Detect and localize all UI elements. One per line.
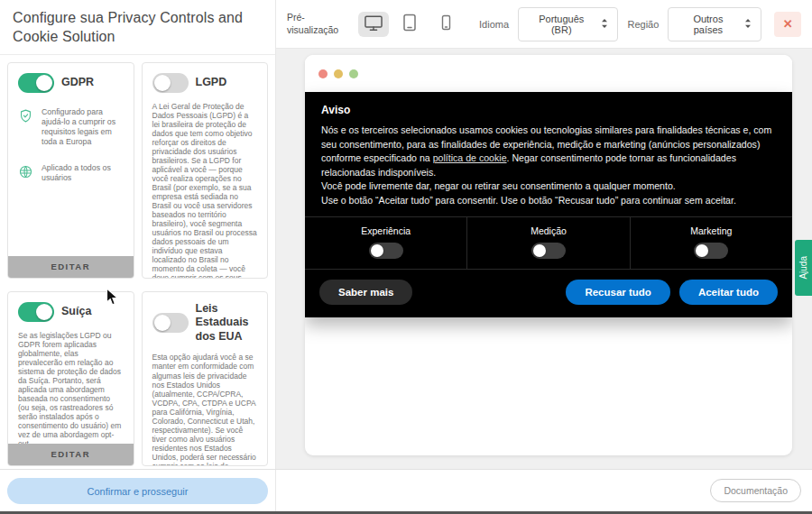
toggle-knob — [696, 244, 708, 257]
medicao-toggle[interactable] — [531, 243, 566, 259]
banner-actions: Saber mais Recusar tudo Aceitar tudo — [305, 270, 792, 317]
desktop-icon — [364, 14, 383, 34]
panel-header: Configure sua Privacy Controls and Cooki… — [0, 0, 275, 55]
regulation-card-gdpr: GDPR Configurado para ajudá-lo a cumprir… — [7, 62, 134, 279]
region-value: Outros países — [678, 14, 738, 35]
globe-icon — [18, 164, 33, 183]
device-desktop-button[interactable] — [358, 12, 389, 37]
device-tablet-button[interactable] — [394, 12, 425, 37]
suica-card-label: Suíça — [61, 305, 91, 319]
browser-chrome — [305, 55, 792, 92]
footer-left: Confirmar e prosseguir — [0, 470, 276, 511]
us-state-laws-description: Esta opção ajudará você a se manter em c… — [152, 353, 258, 465]
us-state-laws-card-label: Leis Estaduais dos EUA — [196, 302, 258, 344]
close-icon: ✕ — [783, 17, 793, 31]
tablet-icon — [402, 14, 417, 34]
purpose-marketing: Marketing — [630, 217, 792, 269]
language-label: Idioma — [479, 19, 509, 30]
toggle-knob — [154, 75, 171, 91]
config-sidebar: Configure sua Privacy Controls and Cooki… — [0, 0, 276, 469]
toggle-knob — [154, 315, 171, 331]
preview-panel: Pré-visualização Idioma Português (BR) — [276, 0, 812, 469]
purpose-label: Medição — [531, 225, 567, 236]
learn-more-button[interactable]: Saber mais — [319, 280, 412, 305]
us-state-laws-toggle[interactable] — [152, 313, 189, 333]
select-arrows-icon — [744, 18, 752, 31]
toggle-knob — [36, 304, 52, 320]
language-select[interactable]: Português (BR) — [518, 7, 618, 41]
suica-description: Se as legislações LGPD ou GDPR forem apl… — [18, 331, 124, 448]
feature-text: Aplicado a todos os usuários — [42, 163, 124, 183]
experiencia-toggle[interactable] — [369, 243, 403, 259]
region-select[interactable]: Outros países — [668, 7, 761, 41]
preview-label: Pré-visualização — [287, 12, 340, 36]
marketing-toggle[interactable] — [694, 243, 728, 259]
app-window: Configure sua Privacy Controls and Cooki… — [0, 0, 812, 514]
banner-consent-buttons: Recusar tudo Aceitar tudo — [566, 280, 778, 305]
lgpd-description: A Lei Geral de Proteção de Dados Pessoai… — [152, 102, 258, 279]
purpose-label: Experiência — [361, 225, 411, 236]
lgpd-toggle[interactable] — [152, 73, 189, 93]
footer-right: Documentação — [276, 470, 812, 511]
window-dot-green-icon — [349, 69, 358, 78]
gdpr-features: Configurado para ajudá-lo a cumprir os r… — [18, 107, 124, 183]
device-mobile-button[interactable] — [430, 12, 461, 37]
device-switcher — [358, 12, 461, 37]
suica-toggle[interactable] — [18, 302, 54, 322]
regulation-card-us-state-laws: Leis Estaduais dos EUA Esta opção ajudar… — [142, 291, 269, 466]
cookie-policy-link[interactable]: política de cookie — [433, 152, 507, 163]
purpose-medicao: Medição — [466, 217, 629, 269]
accept-all-button[interactable]: Aceitar tudo — [679, 280, 778, 305]
window-dot-red-icon — [318, 69, 328, 78]
preview-toolbar: Pré-visualização Idioma Português (BR) — [276, 0, 812, 49]
help-tab-label: Ajuda — [798, 256, 808, 280]
footer-bar: Confirmar e prosseguir Documentação — [0, 469, 812, 511]
preview-area: Aviso Nós e os terceiros selecionados us… — [276, 49, 812, 469]
toggle-knob — [36, 75, 52, 91]
banner-text: Nós e os terceiros selecionados usamos c… — [305, 116, 792, 216]
regulation-cards: GDPR Configurado para ajudá-lo a cumprir… — [0, 55, 275, 469]
consent-purposes: Experiência Medição Marketing — [305, 216, 792, 270]
close-preview-button[interactable]: ✕ — [774, 12, 801, 37]
banner-line-2: Você pode livremente dar, negar ou retir… — [321, 180, 676, 191]
gdpr-edit-button[interactable]: EDITAR — [8, 256, 134, 278]
banner-line-3: Use o botão “Aceitar tudo” para consenti… — [321, 195, 736, 206]
cookie-banner: Aviso Nós e os terceiros selecionados us… — [305, 92, 792, 317]
region-label: Região — [627, 19, 659, 30]
feature-text: Configurado para ajudá-lo a cumprir os r… — [42, 107, 124, 147]
feature-row: Configurado para ajudá-lo a cumprir os r… — [18, 107, 124, 147]
confirm-button[interactable]: Confirmar e prosseguir — [7, 478, 268, 504]
page-title: Configure sua Privacy Controls and Cooki… — [13, 9, 263, 47]
help-tab[interactable]: Ajuda — [795, 240, 812, 296]
feature-row: Aplicado a todos os usuários — [18, 163, 124, 183]
documentation-button[interactable]: Documentação — [710, 479, 801, 502]
suica-edit-button[interactable]: EDITAR — [8, 444, 134, 465]
regulation-card-suica: Suíça Se as legislações LGPD ou GDPR for… — [7, 291, 134, 466]
main-area: Configure sua Privacy Controls and Cooki… — [0, 0, 812, 469]
gdpr-toggle[interactable] — [18, 73, 54, 93]
toggle-knob — [371, 244, 383, 257]
purpose-experiencia: Experiência — [305, 217, 466, 269]
preview-browser-window: Aviso Nós e os terceiros selecionados us… — [305, 55, 792, 455]
toggle-knob — [533, 244, 546, 257]
select-arrows-icon — [601, 18, 608, 31]
lgpd-card-label: LGPD — [196, 76, 227, 90]
regulation-card-lgpd: LGPD A Lei Geral de Proteção de Dados Pe… — [142, 62, 269, 279]
purpose-label: Marketing — [690, 225, 732, 236]
banner-title: Aviso — [305, 92, 792, 116]
shield-check-icon — [18, 108, 33, 127]
reject-all-button[interactable]: Recusar tudo — [566, 280, 670, 305]
window-dot-yellow-icon — [334, 69, 343, 78]
gdpr-card-label: GDPR — [61, 76, 94, 90]
language-value: Português (BR) — [528, 14, 595, 35]
mobile-icon — [441, 14, 451, 33]
